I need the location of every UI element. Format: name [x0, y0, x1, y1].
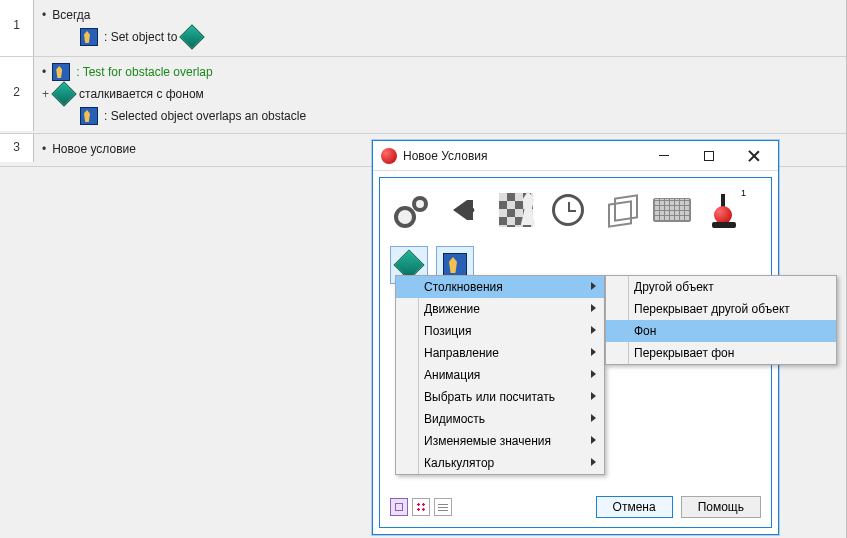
menu-label: Фон — [634, 324, 656, 338]
menu-label: Изменяемые значения — [424, 434, 551, 448]
action-text: : Selected object overlaps an obstacle — [104, 109, 306, 123]
active-object-icon — [80, 28, 98, 46]
sound-icon[interactable] — [444, 190, 484, 230]
condition-text: Всегда — [52, 8, 90, 22]
submenu-arrow-icon — [591, 392, 596, 400]
submenu-arrow-icon — [591, 348, 596, 356]
action-line[interactable]: : Set object to — [80, 26, 838, 48]
menu-item-visibility[interactable]: Видимость — [396, 408, 604, 430]
menu-item-calculator[interactable]: Калькулятор — [396, 452, 604, 474]
condition-line[interactable]: сталкивается с фоном — [42, 83, 838, 105]
submenu-arrow-icon — [591, 304, 596, 312]
minimize-icon — [659, 155, 669, 156]
cancel-button[interactable]: Отмена — [596, 496, 673, 518]
bullet-icon — [42, 142, 46, 156]
player1-icon[interactable]: 1 — [704, 190, 744, 230]
close-button[interactable] — [731, 142, 776, 170]
view-large-button[interactable] — [390, 498, 408, 516]
condition-text: сталкивается с фоном — [79, 87, 204, 101]
view-small-button[interactable] — [412, 498, 430, 516]
submenu-arrow-icon — [591, 326, 596, 334]
system-objects-row: 1 — [390, 188, 761, 232]
dialog-footer: Отмена Помощь — [390, 489, 761, 519]
menu-label: Калькулятор — [424, 456, 494, 470]
menu-label: Перекрывает фон — [634, 346, 734, 360]
maximize-button[interactable] — [686, 142, 731, 170]
submenu-item-overlap-object[interactable]: Перекрывает другой объект — [606, 298, 836, 320]
menu-label: Направление — [424, 346, 499, 360]
dots-icon — [416, 502, 426, 512]
submenu-arrow-icon — [591, 458, 596, 466]
row-number: 3 — [0, 134, 34, 162]
app-icon — [381, 148, 397, 164]
help-button[interactable]: Помощь — [681, 496, 761, 518]
condition-text: Новое условие — [52, 142, 136, 156]
submenu-item-backdrop[interactable]: Фон — [606, 320, 836, 342]
action-text: : Set object to — [104, 30, 177, 44]
bullet-icon — [42, 8, 46, 22]
menu-label: Движение — [424, 302, 480, 316]
submenu-arrow-icon — [591, 370, 596, 378]
view-list-button[interactable] — [434, 498, 452, 516]
bullet-icon — [42, 65, 46, 79]
submenu-item-other-object[interactable]: Другой объект — [606, 276, 836, 298]
row-number: 2 — [0, 57, 34, 131]
target-object-icon — [183, 28, 201, 46]
submenu-arrow-icon — [591, 282, 596, 290]
context-menu-sub[interactable]: Другой объект Перекрывает другой объект … — [605, 275, 837, 365]
menu-label: Позиция — [424, 324, 471, 338]
menu-item-movement[interactable]: Движение — [396, 298, 604, 320]
square-icon — [395, 503, 403, 511]
create-icon[interactable] — [600, 190, 640, 230]
active-object-icon — [80, 107, 98, 125]
titlebar[interactable]: Новое Условия — [373, 141, 778, 171]
menu-item-pick-count[interactable]: Выбрать или посчитать — [396, 386, 604, 408]
diamond-object-icon — [55, 85, 73, 103]
player-number: 1 — [741, 188, 746, 198]
menu-label: Анимация — [424, 368, 480, 382]
menu-item-animation[interactable]: Анимация — [396, 364, 604, 386]
menu-label: Другой объект — [634, 280, 714, 294]
special-conditions-icon[interactable] — [392, 190, 432, 230]
minimize-button[interactable] — [641, 142, 686, 170]
menu-item-collisions[interactable]: Столкновения — [396, 276, 604, 298]
condition-line[interactable]: : Test for obstacle overlap — [42, 61, 838, 83]
event-row-2[interactable]: 2 : Test for obstacle overlap сталкивает… — [0, 57, 846, 134]
context-menu-main[interactable]: Столкновения Движение Позиция Направлени… — [395, 275, 605, 475]
submenu-arrow-icon — [591, 414, 596, 422]
menu-label: Видимость — [424, 412, 485, 426]
row-number: 1 — [0, 0, 34, 56]
keyboard-mouse-icon[interactable] — [652, 190, 692, 230]
dialog-title: Новое Условия — [403, 149, 641, 163]
menu-label: Выбрать или посчитать — [424, 390, 555, 404]
close-icon — [748, 150, 760, 162]
submenu-arrow-icon — [591, 436, 596, 444]
condition-line[interactable]: Всегда — [42, 4, 838, 26]
condition-text: : Test for obstacle overlap — [76, 65, 213, 79]
timer-icon[interactable] — [548, 190, 588, 230]
menu-item-alterable[interactable]: Изменяемые значения — [396, 430, 604, 452]
action-line[interactable]: : Selected object overlaps an obstacle — [80, 105, 838, 127]
submenu-item-overlap-backdrop[interactable]: Перекрывает фон — [606, 342, 836, 364]
storyboard-icon[interactable] — [496, 190, 536, 230]
menu-label: Столкновения — [424, 280, 503, 294]
menu-item-direction[interactable]: Направление — [396, 342, 604, 364]
list-icon — [438, 503, 448, 511]
plus-icon — [42, 87, 49, 101]
event-row-1[interactable]: 1 Всегда : Set object to — [0, 0, 846, 57]
active-object-icon — [52, 63, 70, 81]
maximize-icon — [704, 151, 714, 161]
menu-label: Перекрывает другой объект — [634, 302, 790, 316]
view-mode-buttons — [390, 498, 452, 516]
menu-item-position[interactable]: Позиция — [396, 320, 604, 342]
